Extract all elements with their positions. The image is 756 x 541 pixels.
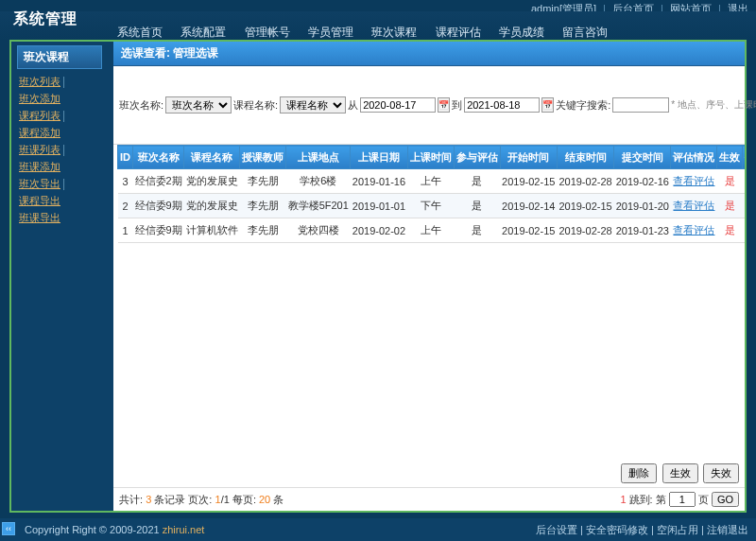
view-eval-link[interactable]: 查看评估 bbox=[673, 224, 714, 236]
col-end: 结束时间 bbox=[557, 146, 613, 169]
top-bar: admin[管理员] | 后台首页 | 网站首页 | 退出 bbox=[0, 0, 756, 9]
sidebar-classcourse-add[interactable]: 班课添加 bbox=[19, 158, 60, 175]
cell-op: 修改 bbox=[743, 194, 745, 218]
view-eval-link[interactable]: 查看评估 bbox=[673, 175, 714, 186]
cell-id: 1 bbox=[118, 218, 133, 243]
cell-op: 修改 bbox=[743, 218, 745, 243]
keyword-hint: * 地点、序号、上课时间 bbox=[671, 98, 756, 112]
label-class: 班次名称: bbox=[119, 98, 163, 113]
footer-signout[interactable]: 注销退出 bbox=[707, 524, 748, 535]
cell-date: 2019-01-01 bbox=[351, 194, 407, 218]
bulk-actions: 删除 生效 失效 bbox=[113, 460, 745, 488]
cell-view: 查看评估 bbox=[671, 194, 717, 218]
sidebar-class-export[interactable]: 班次导出 bbox=[19, 175, 60, 192]
col-class: 班次名称 bbox=[133, 146, 184, 169]
select-course[interactable]: 课程名称 bbox=[280, 96, 346, 113]
cell-class: 经信委9期 bbox=[133, 194, 184, 218]
sidebar-course-export[interactable]: 课程导出 bbox=[19, 192, 60, 209]
cell-submit: 2019-01-20 bbox=[614, 194, 671, 218]
sidebar-class-add[interactable]: 班次添加 bbox=[19, 90, 60, 107]
data-table: ID 班次名称 课程名称 授课教师 上课地点 上课日期 上课时间 参与评估 开始… bbox=[117, 145, 745, 243]
cell-course: 党的发展史 bbox=[184, 194, 240, 218]
sidebar-classcourse-export[interactable]: 班课导出 bbox=[19, 209, 60, 226]
col-place: 上课地点 bbox=[286, 146, 351, 169]
cell-place: 学校6楼 bbox=[286, 169, 351, 194]
col-effect: 生效 bbox=[717, 146, 743, 169]
table-wrap: ID 班次名称 课程名称 授课教师 上课地点 上课日期 上课时间 参与评估 开始… bbox=[113, 145, 745, 460]
system-title: 系统管理 bbox=[13, 9, 77, 29]
sidebar-title: 班次课程 bbox=[17, 45, 102, 69]
cell-teacher: 李先朋 bbox=[240, 194, 286, 218]
go-button[interactable]: GO bbox=[712, 492, 739, 507]
cell-op: 修改 bbox=[743, 169, 745, 194]
label-to: 到 bbox=[452, 98, 462, 113]
page-input[interactable] bbox=[669, 492, 696, 507]
pager-jump: 1 跳到: 第 页 GO bbox=[620, 492, 739, 507]
footer-links: 后台设置 | 安全密码修改 | 空闲占用 | 注销退出 bbox=[536, 523, 748, 537]
sidebar-links: 班次列表|班次添加 课程列表|课程添加 班课列表|班课添加 班次导出|课程导出 … bbox=[17, 69, 102, 230]
footer-settings[interactable]: 后台设置 bbox=[536, 524, 577, 535]
col-date: 上课日期 bbox=[351, 146, 407, 169]
cell-submit: 2019-01-23 bbox=[614, 218, 671, 243]
col-evalstat: 评估情况 bbox=[671, 146, 717, 169]
cell-class: 经信委2期 bbox=[133, 169, 184, 194]
footer-password[interactable]: 安全密码修改 bbox=[586, 524, 648, 535]
cell-view: 查看评估 bbox=[671, 218, 717, 243]
cell-place: 教学楼5F201 bbox=[286, 194, 351, 218]
cell-eval: 是 bbox=[454, 169, 500, 194]
cell-date: 2019-01-16 bbox=[351, 169, 407, 194]
date-from-input[interactable] bbox=[360, 97, 436, 113]
pager: 共计: 3 条记录 页次: 1/1 每页: 20 条 1 跳到: 第 页 GO bbox=[113, 488, 745, 511]
enable-button[interactable]: 生效 bbox=[662, 463, 698, 483]
copyright: Copyright Right © 2009-2021 zhirui.net bbox=[25, 524, 204, 535]
cell-end: 2019-02-28 bbox=[557, 218, 613, 243]
label-from: 从 bbox=[348, 98, 358, 113]
cell-effect: 是 bbox=[717, 218, 743, 243]
footer-idle[interactable]: 空闲占用 bbox=[657, 524, 698, 535]
cell-time: 上午 bbox=[407, 169, 454, 194]
sidebar-course-add[interactable]: 课程添加 bbox=[19, 124, 60, 141]
pager-summary: 共计: 3 条记录 页次: 1/1 每页: 20 条 bbox=[119, 493, 284, 507]
cell-place: 党校四楼 bbox=[286, 218, 351, 243]
cell-effect: 是 bbox=[717, 194, 743, 218]
header: 系统管理 系统首页 系统配置 管理帐号 学员管理 班次课程 课程评估 学员成绩 … bbox=[0, 11, 756, 40]
cell-date: 2019-02-02 bbox=[351, 218, 407, 243]
sidebar-toggle-icon[interactable]: ‹‹ bbox=[2, 522, 15, 535]
col-start: 开始时间 bbox=[500, 146, 557, 169]
table-row: 1经信委9期计算机软件李先朋党校四楼2019-02-02上午是2019-02-1… bbox=[118, 218, 746, 243]
label-keyword: 关键字搜索: bbox=[556, 98, 610, 113]
col-id: ID bbox=[118, 146, 133, 169]
view-eval-link[interactable]: 查看评估 bbox=[673, 200, 714, 211]
cell-eval: 是 bbox=[454, 194, 500, 218]
cell-course: 党的发展史 bbox=[184, 169, 240, 194]
cell-class: 经信委9期 bbox=[133, 218, 184, 243]
delete-button[interactable]: 删除 bbox=[621, 463, 657, 483]
cell-eval: 是 bbox=[454, 218, 500, 243]
cell-end: 2019-02-28 bbox=[557, 169, 613, 194]
sidebar-course-list[interactable]: 课程列表 bbox=[19, 107, 60, 124]
content: 选课查看: 管理选课 班次名称: 班次名称 课程名称: 课程名称 从 📅 到 📅… bbox=[113, 42, 745, 511]
disable-button[interactable]: 失效 bbox=[703, 463, 739, 483]
keyword-input[interactable] bbox=[612, 97, 669, 113]
col-submit: 提交时间 bbox=[614, 146, 671, 169]
calendar-from-icon[interactable]: 📅 bbox=[438, 97, 450, 113]
sidebar-classcourse-list[interactable]: 班课列表 bbox=[19, 141, 60, 158]
filter-bar: 班次名称: 班次名称 课程名称: 课程名称 从 📅 到 📅 关键字搜索: * 地… bbox=[113, 66, 745, 145]
cell-time: 上午 bbox=[407, 218, 454, 243]
calendar-to-icon[interactable]: 📅 bbox=[541, 97, 554, 113]
col-time: 上课时间 bbox=[407, 146, 454, 169]
footer-url[interactable]: zhirui.net bbox=[163, 524, 205, 535]
sidebar: 班次课程 班次列表|班次添加 课程列表|课程添加 班课列表|班课添加 班次导出|… bbox=[11, 42, 108, 511]
label-course: 课程名称: bbox=[233, 98, 278, 113]
main-wrapper: 班次课程 班次列表|班次添加 课程列表|课程添加 班课列表|班课添加 班次导出|… bbox=[9, 40, 747, 513]
cell-start: 2019-02-15 bbox=[500, 218, 557, 243]
col-teacher: 授课教师 bbox=[240, 146, 286, 169]
cell-end: 2019-02-15 bbox=[557, 194, 613, 218]
cell-id: 2 bbox=[118, 194, 133, 218]
sidebar-class-list[interactable]: 班次列表 bbox=[19, 73, 60, 90]
table-row: 2经信委9期党的发展史李先朋教学楼5F2012019-01-01下午是2019-… bbox=[118, 194, 746, 218]
breadcrumb: 选课查看: 管理选课 bbox=[113, 42, 745, 66]
footer: ‹‹ Copyright Right © 2009-2021 zhirui.ne… bbox=[0, 518, 756, 541]
select-class[interactable]: 班次名称 bbox=[165, 96, 232, 113]
date-to-input[interactable] bbox=[464, 97, 540, 113]
